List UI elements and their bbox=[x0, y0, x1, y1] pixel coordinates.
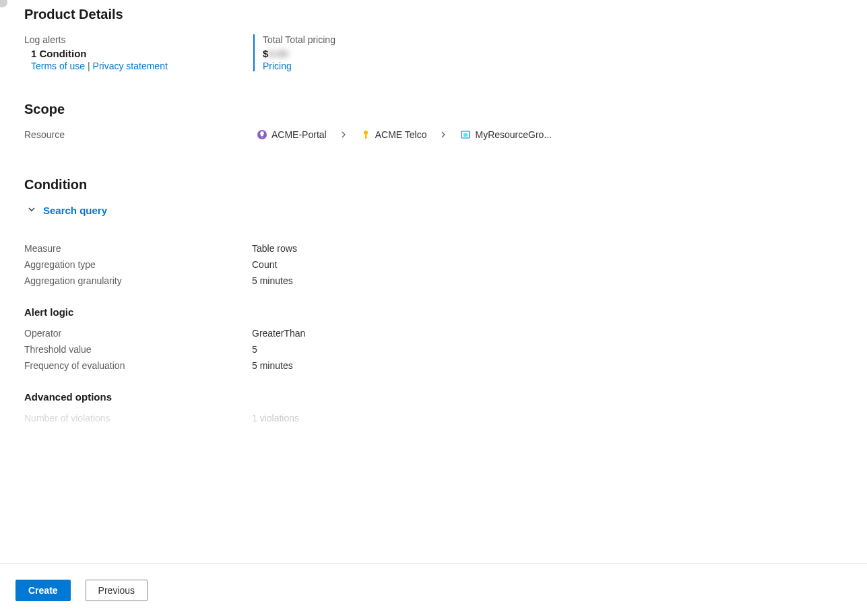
scope-title: Scope bbox=[24, 102, 867, 117]
frequency-label: Frequency of evaluation bbox=[24, 360, 252, 371]
product-details-row: Log alerts 1 Condition Terms of use | Pr… bbox=[24, 34, 867, 71]
currency-symbol: $ bbox=[263, 48, 268, 59]
resource-group-icon bbox=[460, 129, 471, 140]
privacy-statement-link[interactable]: Privacy statement bbox=[93, 61, 168, 71]
previous-button[interactable]: Previous bbox=[86, 580, 148, 601]
violations-value: 1 violations bbox=[252, 413, 299, 423]
pricing-block: Total Total pricing $0.00 Pricing bbox=[253, 34, 482, 71]
operator-label: Operator bbox=[24, 328, 252, 339]
resource-breadcrumb: ACME-Portal ACME Telco bbox=[257, 129, 552, 140]
lightbulb-icon bbox=[257, 129, 267, 140]
violations-label: Number of violations bbox=[24, 413, 252, 423]
threshold-value: 5 bbox=[252, 344, 257, 355]
aggregation-granularity-value: 5 minutes bbox=[252, 275, 293, 286]
search-query-label: Search query bbox=[43, 205, 107, 216]
breadcrumb-item-resourcegroup[interactable]: MyResourceGro... bbox=[460, 129, 552, 140]
condition-title: Condition bbox=[24, 177, 867, 193]
condition-count: 1 Condition bbox=[31, 48, 253, 59]
footer-bar: Create Previous bbox=[0, 563, 867, 616]
svg-rect-2 bbox=[365, 134, 366, 139]
measure-value: Table rows bbox=[252, 243, 297, 254]
scope-resource-label: Resource bbox=[24, 129, 257, 140]
threshold-label: Threshold value bbox=[24, 344, 252, 355]
price-amount-blurred: 0.00 bbox=[268, 48, 288, 59]
advanced-options-title: Advanced options bbox=[24, 391, 867, 403]
breadcrumb-label: MyResourceGro... bbox=[475, 129, 552, 140]
product-details-title: Product Details bbox=[24, 7, 867, 22]
price-value: $0.00 bbox=[263, 48, 482, 59]
breadcrumb-item-portal[interactable]: ACME-Portal bbox=[257, 129, 327, 140]
breadcrumb-label: ACME-Portal bbox=[271, 129, 327, 140]
breadcrumb-item-telco[interactable]: ACME Telco bbox=[360, 129, 427, 140]
aggregation-granularity-label: Aggregation granularity bbox=[24, 275, 252, 286]
svg-rect-5 bbox=[463, 133, 468, 137]
alert-logic-title: Alert logic bbox=[24, 306, 867, 318]
chevron-right-icon bbox=[340, 131, 347, 138]
operator-value: GreaterThan bbox=[252, 328, 305, 339]
create-button[interactable]: Create bbox=[15, 580, 71, 601]
terms-of-use-link[interactable]: Terms of use bbox=[31, 61, 85, 71]
key-icon bbox=[360, 129, 371, 140]
chevron-down-icon bbox=[27, 205, 36, 216]
link-separator: | bbox=[88, 61, 93, 71]
pricing-link[interactable]: Pricing bbox=[263, 61, 292, 71]
log-alerts-label: Log alerts bbox=[24, 34, 253, 45]
log-alerts-block: Log alerts 1 Condition Terms of use | Pr… bbox=[24, 34, 253, 71]
breadcrumb-label: ACME Telco bbox=[375, 129, 427, 140]
pricing-label: Total Total pricing bbox=[263, 34, 482, 45]
svg-rect-3 bbox=[365, 137, 367, 138]
frequency-value: 5 minutes bbox=[252, 360, 293, 371]
chevron-right-icon bbox=[440, 131, 447, 138]
measure-label: Measure bbox=[24, 243, 252, 254]
aggregation-type-label: Aggregation type bbox=[24, 259, 252, 270]
search-query-expander[interactable]: Search query bbox=[27, 205, 107, 216]
aggregation-type-value: Count bbox=[252, 259, 277, 270]
